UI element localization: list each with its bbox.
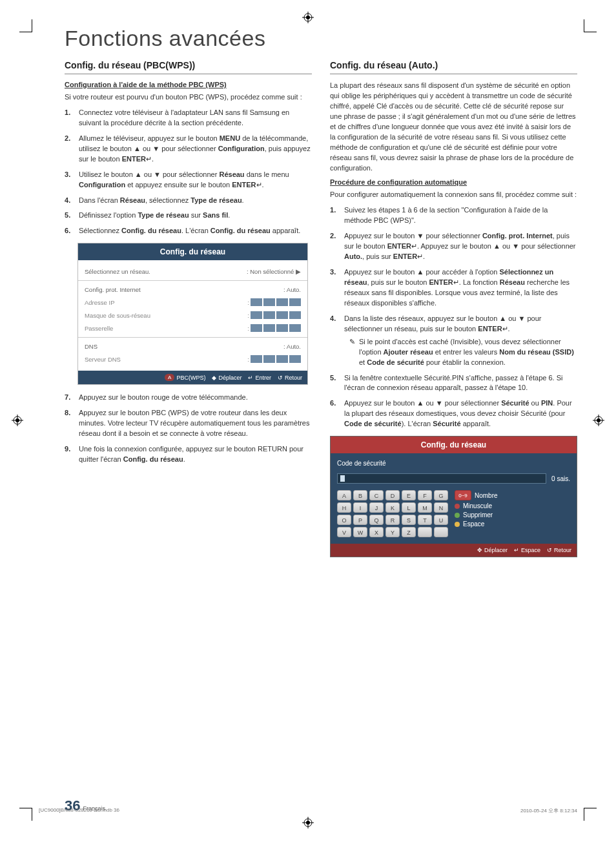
enter-label: ENTER (393, 252, 417, 260)
intro-text-2: Pour configurer automatiquement la conne… (330, 190, 577, 200)
text: . (228, 211, 230, 219)
enter-icon: ↵ (453, 278, 459, 286)
keyboard-key: E (402, 490, 416, 500)
note-text: Si le point d'accès est caché (Invisible… (359, 337, 577, 368)
footer-enter: ↵ Entrer (248, 375, 271, 381)
code-securite-label: Code de sécurité (344, 420, 402, 427)
text: Sélectionnez (79, 227, 121, 234)
text: apparaît. (461, 420, 491, 427)
text: Allumez le téléviseur, appuyez sur le bo… (79, 134, 220, 142)
subheading-pbc: Configuration à l'aide de la méthode PBC… (65, 81, 312, 88)
keyboard-key: S (402, 515, 416, 525)
keyboard-key: I (353, 502, 367, 513)
keyboard-key: D (385, 490, 400, 500)
doc-timestamp: 2010-05-24 오후 8:12:34 (520, 807, 577, 814)
text: ). L'écran (402, 420, 433, 427)
enter-icon: ↵ (514, 547, 519, 553)
row-label: Passerelle (85, 325, 113, 332)
footer-pbc-button: A PBC(WPS) (165, 374, 205, 381)
type-reseau-label: Type de réseau (190, 196, 241, 204)
cfg-prot-label: Config. prot. Internet (482, 232, 553, 240)
text: Appuyez sur le bouton ▲ ou ▼ pour sélect… (344, 399, 501, 407)
enter-icon: ↵ (411, 242, 417, 250)
text: Appuyez sur le bouton ▼ pour sélectionne… (344, 232, 482, 240)
label: Supprimer (463, 511, 493, 519)
red-a-icon: A (165, 374, 174, 381)
text: et entrer les valeurs (433, 348, 500, 356)
doc-filename: [UC9000]BN68-02820J-ZG.indb 36 (39, 807, 119, 814)
step-1: Connectez votre téléviseur à l'adaptateu… (65, 108, 312, 128)
return-icon: ↺ (547, 547, 552, 553)
row-value: : Auto. (283, 286, 301, 293)
text: . (242, 196, 244, 204)
text: Une fois la connexion configurée, appuye… (79, 445, 303, 463)
text: et appuyez ensuite sur le bouton (125, 181, 232, 189)
panel-footer: A PBC(WPS) ◆ Déplacer ↵ Entrer ↺ Retour (78, 371, 307, 384)
steps-list-2: Appuyez sur le bouton rouge de votre tél… (65, 393, 312, 465)
pin-label: PIN (541, 399, 553, 407)
config-reseau-label: Config. du réseau (123, 455, 183, 463)
text: . La fonction (459, 278, 500, 286)
yellow-dot-icon (455, 522, 460, 527)
subheading-auto: Procédure de configuration automatique (330, 178, 577, 186)
keyboard-key: C (369, 490, 384, 500)
footer-return: ↺ Retour (278, 375, 302, 381)
registration-mark-icon (302, 12, 314, 23)
security-keyboard-panel: Config. du réseau Code de sécurité 0 sai… (330, 436, 577, 557)
step-6: Sélectionnez Config. du réseau. L'écran … (65, 226, 312, 236)
registration-mark-icon (12, 415, 23, 426)
menu-label: MENU (220, 134, 240, 142)
keyboard-key: R (385, 515, 400, 525)
keyboard-key: X (369, 527, 384, 537)
keyboard-key (434, 527, 448, 537)
row-label: Serveur DNS (85, 356, 121, 363)
note: ✎ Si le point d'accès est caché (Invisib… (344, 337, 577, 368)
ip-value: : (247, 298, 301, 306)
step-4: Dans l'écran Réseau, sélectionnez Type d… (65, 196, 312, 206)
red-dot-icon (455, 504, 460, 509)
text: . L'écran (181, 227, 210, 234)
kbd-delete-option: Supprimer (455, 511, 498, 519)
text: pour établir la connexion. (424, 358, 506, 366)
footer-move: ◆ Déplacer (212, 375, 241, 381)
enter-label: ENTER (429, 278, 453, 286)
kbd-lowercase-option: Minuscule (455, 502, 498, 509)
panel-row-dns: DNS : Auto. (85, 340, 301, 353)
type-reseau-label: Type de réseau (138, 211, 189, 219)
panel-title: Config. du réseau (78, 243, 307, 260)
crop-mark (584, 19, 597, 32)
section-heading-pbc: Config. du réseau (PBC(WPS)) (65, 60, 312, 74)
text: dans le menu (245, 170, 289, 178)
text: Utilisez le bouton ▲ ou ▼ pour sélection… (79, 170, 219, 178)
text: Dans l'écran (79, 196, 120, 204)
text: ou (529, 399, 541, 407)
footer-space: ↵ Espace (514, 547, 540, 553)
updown-icon: ◆ (212, 375, 216, 381)
step-3: Appuyez sur le bouton ▲ pour accéder à l… (330, 267, 577, 309)
panel-title: Config. du réseau (331, 437, 577, 453)
intro-text: Si votre routeur est pourvu d'un bouton … (65, 92, 312, 103)
steps-list-auto: Suivez les étapes 1 à 6 de la section "C… (330, 205, 577, 429)
return-icon: ↺ (278, 375, 283, 381)
panel-row-ip: Adresse IP : (85, 296, 301, 309)
keyboard-key (418, 527, 432, 537)
keyboard-grid: ABCDEFGHIJKLMNOPQRSTUVWXYZ (337, 490, 448, 537)
enter-icon: ↵ (417, 252, 423, 260)
step-9: Une fois la connexion configurée, appuye… (65, 444, 312, 465)
label: Espace (463, 520, 484, 528)
steps-list-1: Connectez votre téléviseur à l'adaptateu… (65, 108, 312, 236)
enter-icon: ↵ (502, 325, 508, 333)
security-code-input (337, 473, 546, 484)
keyboard-key: B (353, 490, 367, 500)
text: Dans la liste des réseaux, appuyez sur l… (344, 314, 542, 333)
registration-mark-icon (593, 415, 604, 426)
configuration-label: Configuration (79, 181, 125, 189)
move-icon: ✥ (477, 547, 482, 553)
keyboard-key: M (418, 502, 432, 513)
kbd-number-option: 0~9Nombre (455, 490, 498, 500)
left-column: Config. du réseau (PBC(WPS)) Configurati… (65, 60, 312, 565)
char-count: 0 sais. (551, 475, 570, 482)
keyboard-key: P (353, 515, 367, 525)
enter-label: ENTER (122, 155, 146, 163)
keyboard-key: H (337, 502, 351, 513)
